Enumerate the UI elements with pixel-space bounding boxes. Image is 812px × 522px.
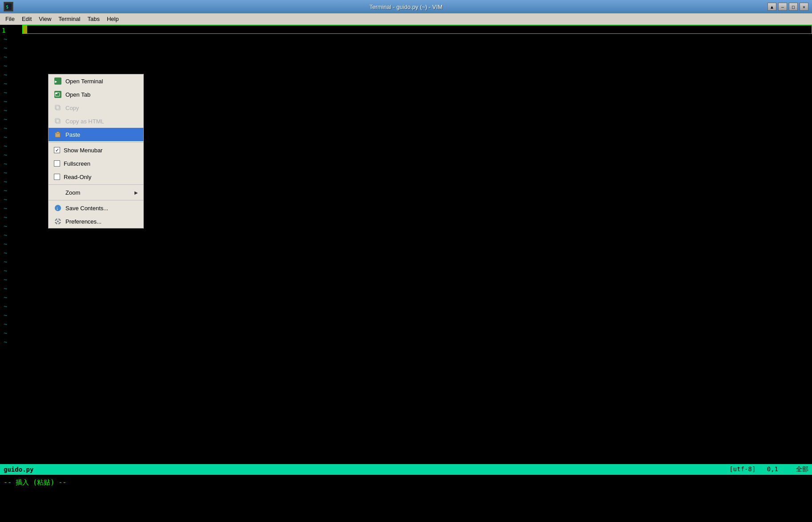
ctx-copy-label: Copy (65, 105, 79, 111)
svg-rect-18 (57, 223, 58, 224)
ctx-paste-label: Paste (65, 131, 80, 138)
ctx-show-menubar[interactable]: ✓ Show Menubar (49, 143, 143, 157)
preferences-icon (54, 217, 62, 225)
ctx-read-only-label: Read-Only (64, 174, 91, 180)
modebar: -- 插入 (粘贴) -- (0, 475, 812, 490)
statusbar: guido.py [utf-8] 0,1 全部 (0, 464, 812, 475)
menubar: File Edit View Terminal Tabs Help (0, 13, 812, 25)
ctx-preferences-label: Preferences... (65, 218, 102, 225)
ctx-preferences[interactable]: Preferences... (49, 215, 143, 228)
readonly-checkbox (54, 174, 60, 180)
save-icon: ↓ (54, 204, 62, 212)
ctx-zoom[interactable]: Zoom ▶ (49, 186, 143, 199)
cursor-line (22, 25, 812, 34)
svg-text:▶: ▶ (55, 79, 57, 84)
copy-html-icon (54, 117, 62, 125)
line-numbers: 1 (0, 25, 22, 36)
statusbar-encoding: [utf-8] 0,1 (729, 465, 778, 473)
statusbar-right: [utf-8] 0,1 全部 (729, 465, 808, 473)
terminal-content: 1 ~ ~ ~ ~ ~ ~ ~ ~ ~ ~ ~ ~ ~ ~ ~ ~ ~ ~ ~ … (0, 25, 812, 490)
svg-rect-8 (55, 105, 59, 109)
maximize-button[interactable]: □ (789, 3, 798, 11)
ctx-zoom-label: Zoom (65, 189, 80, 196)
ctx-fullscreen-label: Fullscreen (64, 160, 90, 167)
window-controls: ▲ — □ ✕ (767, 3, 808, 11)
statusbar-view: 全部 (796, 465, 808, 473)
close-button[interactable]: ✕ (800, 3, 808, 11)
menubar-checkbox: ✓ (54, 147, 60, 153)
menu-tabs[interactable]: Tabs (84, 15, 103, 23)
shade-button[interactable]: ▲ (767, 3, 776, 11)
svg-rect-10 (55, 118, 59, 122)
svg-rect-6 (55, 93, 57, 94)
zoom-submenu-arrow: ▶ (134, 190, 138, 195)
svg-rect-9 (56, 119, 60, 123)
menu-help[interactable]: Help (103, 15, 122, 23)
app-icon: $ (4, 2, 13, 12)
ctx-open-tab[interactable]: Open Tab (49, 88, 143, 101)
copy-icon (54, 104, 62, 112)
ctx-paste[interactable]: Paste (49, 128, 143, 141)
ctx-read-only[interactable]: Read-Only (49, 170, 143, 184)
ctx-copy-html-label: Copy as HTML (65, 118, 104, 125)
ctx-open-tab-label: Open Tab (65, 91, 90, 98)
context-menu: ▶ Open Terminal Open Tab (48, 74, 144, 228)
separator-2 (49, 184, 143, 185)
separator-1 (49, 142, 143, 143)
ctx-save-contents[interactable]: ↓ Save Contents... (49, 201, 143, 215)
menu-terminal[interactable]: Terminal (55, 15, 84, 23)
terminal-icon: ▶ (54, 77, 62, 85)
fullscreen-checkbox (54, 160, 60, 167)
svg-text:↓: ↓ (56, 205, 59, 211)
ctx-open-terminal-label: Open Terminal (65, 78, 103, 85)
svg-rect-20 (60, 221, 61, 222)
menu-file[interactable]: File (2, 15, 18, 23)
svg-rect-7 (56, 106, 60, 110)
ctx-copy[interactable]: Copy (49, 101, 143, 114)
ctx-save-contents-label: Save Contents... (65, 205, 108, 212)
titlebar: $ Terminal - guido.py (~) - VIM ▲ — □ ✕ (0, 0, 812, 13)
separator-3 (49, 200, 143, 200)
window-title: Terminal - guido.py (~) - VIM (369, 4, 443, 10)
svg-rect-19 (55, 221, 56, 222)
menu-view[interactable]: View (35, 15, 55, 23)
statusbar-filename: guido.py (4, 466, 33, 473)
ctx-show-menubar-label: Show Menubar (64, 147, 102, 154)
cursor-block (23, 25, 27, 33)
zoom-icon (54, 188, 62, 196)
paste-icon (54, 130, 62, 139)
ctx-fullscreen[interactable]: Fullscreen (49, 157, 143, 170)
menu-edit[interactable]: Edit (18, 15, 35, 23)
svg-rect-12 (57, 132, 59, 134)
line-number-1: 1 (2, 26, 20, 35)
ctx-open-terminal[interactable]: ▶ Open Terminal (49, 74, 143, 88)
tilde-lines: ~ ~ ~ ~ ~ ~ ~ ~ ~ ~ ~ ~ ~ ~ ~ ~ ~ ~ ~ ~ … (0, 35, 22, 347)
tab-icon (54, 90, 62, 98)
minimize-button[interactable]: — (778, 3, 787, 11)
svg-rect-17 (57, 218, 58, 220)
ctx-copy-html[interactable]: Copy as HTML (49, 114, 143, 128)
svg-text:$: $ (6, 4, 8, 9)
modebar-text: -- 插入 (粘贴) -- (4, 478, 66, 487)
